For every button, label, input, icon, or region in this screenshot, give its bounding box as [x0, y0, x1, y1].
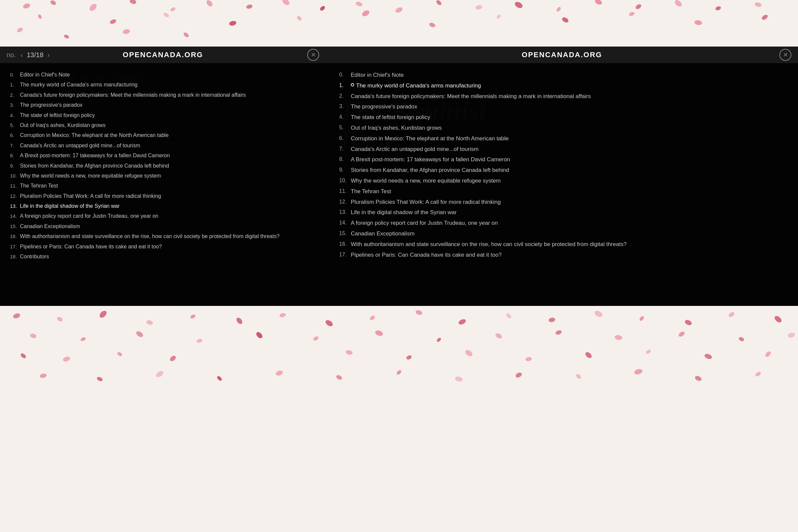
toc-num-9: 9. [10, 162, 20, 169]
right-toc-item-2[interactable]: 2.Canada's future foreign policymakers: … [339, 91, 785, 102]
right-toc-text-9: Stories from Kandahar, the Afghan provin… [351, 166, 509, 174]
right-toc-text-14: A foreign policy report card for Justin … [351, 219, 498, 227]
right-toc-item-1[interactable]: 1.The murky world of Canada's arms manuf… [339, 80, 785, 91]
left-toc-item-1[interactable]: 1.The murky world of Canada's arms manuf… [10, 80, 316, 90]
right-toc-item-5[interactable]: 5.Out of Iraq's ashes, Kurdistan grows [339, 123, 785, 133]
right-toc-num-17: 17. [339, 251, 351, 258]
right-toc-text-2: Canada's future foreign policymakers: Me… [351, 92, 591, 100]
toc-num-10: 10. [10, 172, 20, 179]
nav-prev-button[interactable]: ‹ [19, 51, 25, 59]
right-toc-text-16: With authoritarianism and state surveill… [351, 241, 627, 248]
right-toc-num-13: 13. [339, 208, 351, 216]
toc-text-6: Corruption in Mexico: The elephant at th… [20, 132, 169, 139]
left-toc-item-14[interactable]: 14.A foreign policy report card for Just… [10, 211, 316, 221]
toc-text-18: Contributors [20, 253, 49, 260]
toc-text-9: Stories from Kandahar, the Afghan provin… [20, 162, 169, 170]
toc-text-13: Life in the digital shadow of the Syrian… [20, 203, 120, 210]
toc-text-17: Pipelines or Paris: Can Canada have its … [20, 243, 162, 250]
toc-num-4: 4. [10, 112, 20, 119]
right-toc-num-3: 3. [339, 103, 351, 110]
toc-text-15: Canadian Exceptionalism [20, 223, 80, 230]
left-toc-item-6[interactable]: 6.Corruption in Mexico: The elephant at … [10, 130, 316, 140]
right-toc-text-15: Canadian Exceptionalism [351, 230, 415, 238]
right-toc-num-4: 4. [339, 113, 351, 121]
right-toc-item-10[interactable]: 10.Why the world needs a new, more equit… [339, 175, 785, 186]
toc-num-12: 12. [10, 192, 20, 200]
toc-num-18: 18. [10, 253, 20, 260]
left-toc-item-0[interactable]: 0.Editor in Chief's Note [10, 70, 316, 80]
left-toc-item-9[interactable]: 9.Stories from Kandahar, the Afghan prov… [10, 161, 316, 171]
right-toc-item-16[interactable]: 16.With authoritarianism and state surve… [339, 239, 785, 250]
right-toc-overlay: 0.Editor in Chief's Note1.The murky worl… [326, 63, 798, 306]
right-toc-num-2: 2. [339, 92, 351, 100]
left-toc-item-15[interactable]: 15.Canadian Exceptionalism [10, 222, 316, 231]
toc-text-0: Editor in Chief's Note [20, 71, 70, 78]
left-toc-item-3[interactable]: 3.The progressive's paradox [10, 100, 316, 110]
left-toc-item-10[interactable]: 10.Why the world needs a new, more equit… [10, 171, 316, 181]
nav-next-button[interactable]: › [45, 51, 52, 59]
left-toc-overlay: 0.Editor in Chief's Note1.The murky worl… [0, 63, 326, 306]
main-container: no. ‹ 13/18 › OPENCANADA.ORG ✕ Life in t… [0, 46, 798, 306]
left-toc-item-2[interactable]: 2.Canada's future foreign policymakers: … [10, 90, 316, 100]
right-toc-item-7[interactable]: 7.Canada's Arctic an untapped gold mine.… [339, 144, 785, 155]
right-toc-item-14[interactable]: 14.A foreign policy report card for Just… [339, 218, 785, 228]
right-panel-title: OPENCANADA.ORG [522, 51, 602, 59]
right-toc-num-11: 11. [339, 188, 351, 195]
left-toc-item-7[interactable]: 7.Canada's Arctic an untapped gold mine.… [10, 141, 316, 151]
toc-num-17: 17. [10, 243, 20, 250]
right-panel-close-button[interactable]: ✕ [779, 49, 791, 61]
right-toc-item-15[interactable]: 15.Canadian Exceptionalism [339, 228, 785, 239]
left-toc-item-5[interactable]: 5.Out of Iraq's ashes, Kurdistan grows [10, 120, 316, 130]
right-toc-num-8: 8. [339, 156, 351, 163]
right-toc-num-14: 14. [339, 219, 351, 226]
right-toc-text-17: Pipelines or Paris: Can Canada have its … [351, 251, 502, 259]
toc-text-8: A Brexit post-mortem: 17 takeaways for a… [20, 152, 170, 159]
right-toc-num-5: 5. [339, 124, 351, 131]
left-toc-item-12[interactable]: 12.Pluralism Policies That Work: A call … [10, 191, 316, 201]
right-toc-num-10: 10. [339, 177, 351, 184]
left-toc-list: 0.Editor in Chief's Note1.The murky worl… [10, 70, 316, 262]
right-toc-num-0: 0. [339, 71, 351, 78]
right-toc-text-3: The progressive's paradox [351, 103, 417, 111]
toc-text-5: Out of Iraq's ashes, Kurdistan grows [20, 122, 106, 129]
toc-num-8: 8. [10, 152, 20, 159]
right-toc-text-1: The murky world of Canada's arms manufac… [356, 82, 481, 90]
close-icon: ✕ [311, 51, 316, 58]
right-toc-item-8[interactable]: 8.A Brexit post-mortem: 17 takeaways for… [339, 154, 785, 165]
toc-text-16: With authoritarianism and state surveill… [20, 233, 280, 240]
right-toc-item-9[interactable]: 9.Stories from Kandahar, the Afghan prov… [339, 165, 785, 175]
right-toc-num-1: 1. [339, 82, 351, 89]
right-toc-item-11[interactable]: 11.The Tehran Test [339, 186, 785, 197]
left-toc-item-11[interactable]: 11.The Tehran Test [10, 181, 316, 191]
left-toc-item-8[interactable]: 8.A Brexit post-mortem: 17 takeaways for… [10, 151, 316, 160]
right-panel-header: OPENCANADA.ORG ✕ [326, 46, 798, 63]
left-toc-item-13[interactable]: 13.Life in the digital shadow of the Syr… [10, 201, 316, 211]
right-toc-text-7: Canada's Arctic an untapped gold mine...… [351, 145, 478, 153]
nav-page-indicator: 13/18 [26, 51, 43, 59]
left-toc-item-16[interactable]: 16.With authoritarianism and state surve… [10, 231, 316, 241]
left-toc-item-18[interactable]: 18.Contributors [10, 252, 316, 262]
right-toc-item-17[interactable]: 17.Pipelines or Paris: Can Canada have i… [339, 250, 785, 260]
left-panel-close-button[interactable]: ✕ [307, 49, 319, 61]
right-toc-item-13[interactable]: 13.Life in the digital shadow of the Syr… [339, 207, 785, 218]
nav-label: no. [7, 51, 16, 59]
left-toc-item-4[interactable]: 4.The state of leftist foreign policy [10, 110, 316, 120]
right-toc-text-8: A Brexit post-mortem: 17 takeaways for a… [351, 156, 510, 164]
toc-text-4: The state of leftist foreign policy [20, 112, 95, 119]
toc-num-11: 11. [10, 182, 20, 189]
left-toc-item-17[interactable]: 17.Pipelines or Paris: Can Canada have i… [10, 242, 316, 252]
toc-num-5: 5. [10, 122, 20, 129]
right-toc-item-12[interactable]: 12.Pluralism Policies That Work: A call … [339, 197, 785, 208]
right-toc-item-3[interactable]: 3.The progressive's paradox [339, 101, 785, 112]
right-toc-item-4[interactable]: 4.The state of leftist foreign policy [339, 112, 785, 123]
right-toc-item-6[interactable]: 6.Corruption in Mexico: The elephant at … [339, 133, 785, 144]
toc-num-0: 0. [10, 71, 20, 78]
toc-text-7: Canada's Arctic an untapped gold mine...… [20, 142, 140, 149]
left-panel-title: OPENCANADA.ORG [123, 51, 203, 59]
right-toc-text-6: Corruption in Mexico: The elephant at th… [351, 135, 509, 142]
top-decoration [0, 0, 798, 46]
right-toc-item-0[interactable]: 0.Editor in Chief's Note [339, 70, 785, 80]
right-toc-num-16: 16. [339, 241, 351, 248]
toc-text-3: The progressive's paradox [20, 101, 82, 109]
toc-num-14: 14. [10, 212, 20, 220]
